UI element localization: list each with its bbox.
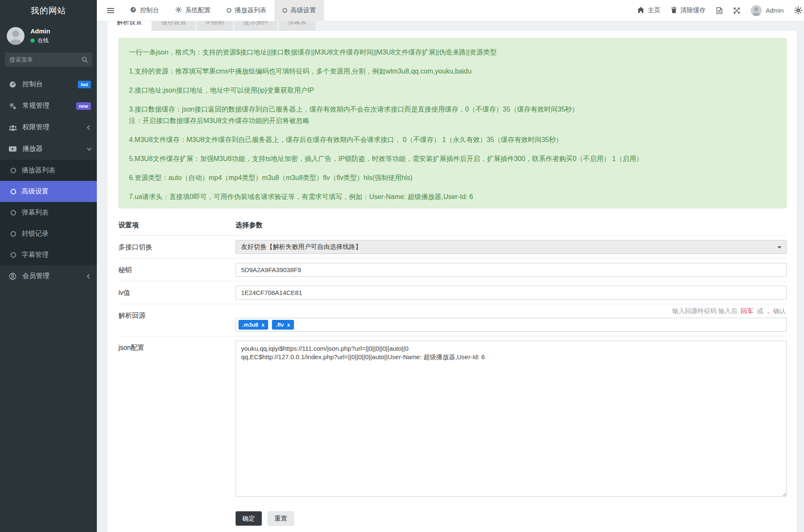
navbar-user-name: Admin (766, 7, 784, 14)
submenu-item-label: 弹幕列表 (22, 208, 49, 217)
hint-comma: ， (765, 307, 771, 314)
submenu-item-label: 播放器列表 (22, 166, 55, 175)
nav-link-label: 播放器列表 (235, 6, 266, 14)
sidebar-item-label: 控制台 (22, 80, 78, 89)
navbar-user-menu[interactable]: Admin (746, 0, 789, 21)
sidebar-item-permissions[interactable]: 权限管理 (0, 117, 97, 138)
caret-down-icon (777, 246, 782, 251)
navbar-right: 主页 清除缓存 Admin (632, 0, 804, 21)
form-row-parse-origin: 解析回源 输入回源特征码 输入后 回车 或 ， 确认 .m3u8 x (118, 304, 787, 336)
main-content: 解析设置 缓存设置 IP限制 提示插件 弹幕库 一行一条json，格式为：支持的… (97, 0, 804, 532)
hamburger-menu-icon[interactable] (105, 6, 116, 15)
dashboard-icon (8, 81, 18, 88)
sidebar-item-dashboard[interactable]: 控制台 hot (0, 74, 97, 95)
notice-line: 一行一条json，格式为：支持的资源$接口地址||接口数据缓存||M3U8文件缓… (129, 48, 776, 57)
sidebar-item-label: 权限管理 (22, 123, 88, 132)
form-actions: 确定 重置 (118, 511, 787, 532)
submenu-item-advanced-settings[interactable]: 高级设置 (0, 181, 97, 202)
field-label: json配置 (118, 341, 236, 499)
sidebar-item-general[interactable]: 常规管理 new (0, 95, 97, 117)
sidebar-search (5, 52, 92, 67)
tag-remove-icon[interactable]: x (262, 322, 265, 327)
sidebar-item-player[interactable]: 播放器 (0, 138, 97, 160)
trash-icon (671, 7, 677, 14)
users-icon (8, 124, 18, 131)
multi-interface-select[interactable]: 友好切换【解析失败用户可自由选择线路】 (236, 240, 787, 254)
help-notice: 一行一条json，格式为：支持的资源$接口地址||接口数据缓存||M3U8文件缓… (118, 38, 787, 208)
field-label: 解析回源 (118, 308, 236, 332)
new-badge: new (76, 102, 91, 110)
notice-line: 4.M3U8文件缓存：M3U8文件缓存到自己服务器上，缓存后在缓存有效期内不会请… (129, 135, 776, 144)
hint-or: 或 (757, 307, 763, 314)
nav-link-player-list[interactable]: 播放器列表 (219, 0, 274, 21)
user-status: 在线 (30, 37, 50, 44)
form-row-json-config: json配置 youku,qq,iqiyi$https://111.com/js… (118, 336, 787, 503)
submit-button[interactable]: 确定 (236, 511, 262, 526)
iv-value-input[interactable] (236, 286, 787, 300)
origin-tags-input[interactable]: .m3u8 x .flv x (236, 318, 787, 332)
nav-link-label: 系统配置 (185, 6, 211, 14)
nav-link-label: 控制台 (140, 6, 159, 14)
sidebar-item-label: 播放器 (22, 145, 88, 153)
submenu-item-subtitle-management[interactable]: 字幕管理 (0, 244, 97, 265)
clear-cache-link[interactable]: 清除缓存 (666, 0, 711, 21)
user-name: Admin (30, 27, 50, 35)
chevron-left-icon (87, 274, 91, 278)
notice-line: 6.资源类型：auto（自动）mp4（mp4类型）m3u8（m3u8类型）flv… (129, 173, 776, 182)
notice-line: 5.M3U8文件缓存扩展：加强M3U8功能，支持ts地址加密，插入广告，IP锁防… (129, 154, 776, 163)
reset-button[interactable]: 重置 (268, 511, 294, 526)
gear-icon (175, 6, 182, 14)
chevron-down-icon (87, 146, 91, 150)
sidebar-menu: 控制台 hot 常规管理 new 权限管理 播放器 (0, 74, 97, 287)
dashboard-icon (130, 6, 137, 14)
tag-remove-icon[interactable]: x (287, 322, 290, 327)
submenu-item-block-records[interactable]: 封锁记录 (0, 223, 97, 244)
nav-link-system-config[interactable]: 系统配置 (167, 0, 219, 21)
submenu-item-label: 封锁记录 (22, 229, 49, 238)
search-icon[interactable] (82, 57, 88, 65)
circle-icon (11, 252, 16, 258)
tag-m3u8[interactable]: .m3u8 x (239, 320, 268, 330)
circle-icon (11, 210, 16, 216)
submenu-item-player-list[interactable]: 播放器列表 (0, 160, 97, 181)
player-submenu: 播放器列表 高级设置 弹幕列表 封锁记录 字幕管理 (0, 160, 97, 265)
submenu-item-danmaku-list[interactable]: 弹幕列表 (0, 202, 97, 223)
video-icon (8, 146, 18, 152)
form-row-multi-interface: 多接口切换 友好切换【解析失败用户可自由选择线路】 (118, 235, 787, 258)
settings-form: 设置项 选择参数 多接口切换 友好切换【解析失败用户可自由选择线路】 秘钥 (118, 215, 787, 532)
settings-gear-icon[interactable] (789, 0, 804, 21)
person-icon (7, 27, 25, 45)
origin-hint: 输入回源特征码 输入后 回车 或 ， 确认 (236, 307, 786, 315)
notice-line: 1.支持的资源：推荐填写苹果cms中播放组编码也可填特征码，多个资源用,分割，例… (129, 67, 776, 76)
submenu-item-label: 字幕管理 (22, 251, 49, 259)
search-input[interactable] (5, 52, 92, 67)
fullscreen-icon[interactable] (728, 0, 746, 21)
file-icon[interactable] (711, 0, 728, 21)
circle-icon (11, 189, 16, 194)
sidebar-item-label: 常规管理 (22, 101, 76, 110)
circle-icon (283, 8, 287, 13)
json-config-textarea[interactable]: youku,qq,iqiyi$https://111.com/json.php?… (236, 341, 787, 497)
gears-icon (8, 102, 18, 110)
field-label: 秘钥 (118, 263, 236, 277)
form-row-iv: iv值 (118, 281, 787, 304)
settings-card: 一行一条json，格式为：支持的资源$接口地址||接口数据缓存||M3U8文件缓… (108, 31, 797, 532)
home-link[interactable]: 主页 (632, 0, 666, 21)
hint-confirm: 确认 (773, 307, 786, 314)
user-block: Admin 在线 (0, 21, 97, 49)
hint-enter: 回车 (741, 307, 753, 314)
notice-line: 3.接口数据缓存：json接口返回的数据缓存到自己服务器上，缓存有效期内不会在次… (129, 105, 776, 114)
sidebar-item-members[interactable]: 会员管理 (0, 265, 97, 287)
sidebar: 我的网站 Admin 在线 控制台 hot (0, 0, 97, 532)
submenu-item-label: 高级设置 (22, 187, 49, 196)
member-icon (8, 273, 18, 280)
avatar (7, 27, 25, 45)
tag-flv[interactable]: .flv x (272, 320, 294, 330)
nav-link-dashboard[interactable]: 控制台 (122, 0, 167, 21)
circle-icon (227, 8, 231, 13)
circle-icon (11, 168, 16, 173)
tag-label: .flv (276, 322, 284, 327)
field-label: iv值 (118, 286, 236, 300)
secret-key-input[interactable] (236, 263, 787, 277)
nav-link-advanced-settings[interactable]: 高级设置 (274, 0, 324, 21)
